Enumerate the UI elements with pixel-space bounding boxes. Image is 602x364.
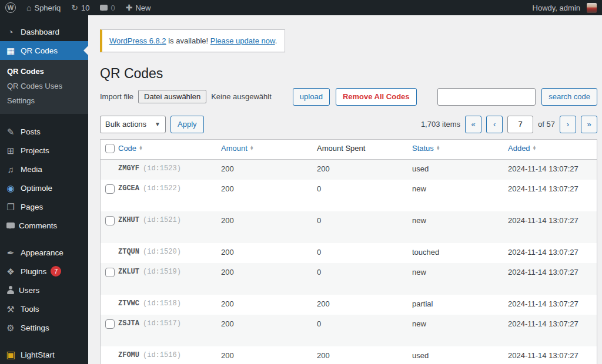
table-header-row: Code▲▼Amount▲▼Amount SpentStatus▲▼Added▲… [101,140,597,160]
row-checkbox[interactable] [105,268,115,277]
total-pages-label: of 57 [538,120,555,129]
search-code-button[interactable]: search code [541,88,597,106]
comments-menu[interactable]: 0 [95,0,120,15]
sidebar-item-plugins[interactable]: ❖Plugins7 [0,262,88,281]
added-cell: 2024-11-14 13:07:27 [508,263,597,281]
sidebar-item-posts[interactable]: ✎Posts [0,122,88,141]
dashboard-icon: ◔ [5,28,16,36]
sidebar-item-label: Dashboard [21,28,59,36]
main-content: WordPress 6.8.2 is available! Please upd… [88,15,602,364]
wordpress-menu[interactable]: W [0,0,21,15]
previous-page-button[interactable]: ‹ [486,116,503,133]
account-menu[interactable]: Howdy, admin [527,0,602,15]
sidebar-item-label: Media [21,165,42,174]
sidebar-subitem-qr-codes[interactable]: QR Codes [0,64,88,79]
amount-cell: 200 [221,315,317,333]
update-now-link[interactable]: Please update now [210,36,275,45]
sidebar-item-qr-codes[interactable]: ▦QR Codes [0,41,88,60]
plus-icon: ✚ [126,4,133,12]
wordpress-version-link[interactable]: WordPress 6.8.2 [109,36,166,45]
sort-icon: ▲▼ [250,146,254,150]
sidebar-item-tools[interactable]: ⚒Tools [0,299,88,318]
row-checkbox[interactable] [105,184,115,194]
optimole-icon: ◉ [5,184,16,193]
sidebar-item-label: Posts [21,127,41,136]
status-cell: touched [412,243,508,261]
next-page-button[interactable]: › [560,116,576,133]
comments-icon [6,223,15,228]
added-cell: 2024-11-14 13:07:27 [508,243,597,261]
table-row: ZKHUT(id:1521)2000new2024-11-14 13:07:27 [101,211,597,243]
code-cell: ZKHUT(id:1521) [118,211,221,229]
status-cell: new [412,211,508,230]
upload-button[interactable]: upload [293,88,330,106]
updates-menu[interactable]: ↻ 10 [66,0,95,15]
choose-file-button[interactable]: Datei auswählen [138,90,206,103]
apply-button[interactable]: Apply [170,116,204,133]
sort-icon: ▲▼ [436,146,440,150]
column-header-label[interactable]: Amount▲▼ [221,144,254,153]
last-page-button[interactable]: » [581,116,597,133]
sidebar-item-users[interactable]: Users [0,281,88,299]
sidebar-item-appearance[interactable]: ✒Appearance [0,243,88,262]
sidebar-item-media[interactable]: ♫Media [0,160,88,178]
pages-icon: ❐ [5,203,16,211]
bulk-actions-bar: Bulk actions ▼ Apply 1,703 items « ‹ of … [100,116,597,133]
current-page-input[interactable] [507,116,533,133]
code-cell: ZMGYF(id:1523) [118,160,221,177]
sort-icon: ▲▼ [533,146,537,150]
sidebar-item-pages[interactable]: ❐Pages [0,197,88,216]
avatar [587,3,597,13]
amount-cell: 200 [221,160,317,178]
amount-spent-cell: 0 [317,263,412,281]
sidebar-item-label: Settings [21,323,49,332]
status-cell: new [412,315,508,333]
projects-icon: ⊞ [5,146,16,155]
notice-text: is available! [166,36,210,45]
row-checkbox[interactable] [105,319,115,329]
plugins-icon: ❖ [5,267,16,276]
bulk-actions-select[interactable]: Bulk actions ▼ [100,116,166,133]
table-row: ZSJTA(id:1517)2000new2024-11-14 13:07:27 [101,315,597,346]
media-icon: ♫ [5,165,16,174]
file-status-text: Keine ausgewählt [211,92,272,101]
sidebar-item-optimole[interactable]: ◉Optimole [0,178,88,197]
table-row: ZTVWC(id:1518)200200partial2024-11-14 13… [101,295,597,315]
status-cell: new [412,180,508,198]
status-cell: partial [412,295,508,313]
column-header-label[interactable]: Added▲▼ [508,144,537,153]
sidebar-item-label: Projects [21,146,49,155]
row-checkbox[interactable] [105,216,115,225]
amount-cell: 200 [221,346,317,364]
search-input[interactable] [437,88,536,106]
remove-all-codes-button[interactable]: Remove All Codes [336,88,417,106]
status-cell: used [412,346,508,364]
new-content-menu[interactable]: ✚ New [121,0,156,15]
sidebar-item-settings[interactable]: ⚙Settings [0,318,88,337]
row-checkbox-cell [101,160,118,164]
sidebar-submenu: QR CodesQR Codes UsesSettings [0,60,88,114]
code-cell: ZGCEA(id:1522) [118,180,221,197]
update-nag-notice: WordPress 6.8.2 is available! Please upd… [100,29,285,52]
qr-codes-table: Code▲▼Amount▲▼Amount SpentStatus▲▼Added▲… [100,139,597,364]
sidebar-subitem-settings[interactable]: Settings [0,93,88,108]
site-name-menu[interactable]: ⌂ Spheriq [21,0,66,15]
sidebar-item-lightstart[interactable]: ▣LightStart [0,345,88,364]
sidebar-subitem-qr-codes-uses[interactable]: QR Codes Uses [0,79,88,93]
notice-suffix: . [275,36,277,45]
code-value: ZTVWC [118,299,139,308]
added-cell: 2024-11-14 13:07:27 [508,346,597,364]
column-header-label[interactable]: Status▲▼ [412,144,440,153]
sidebar-item-comments[interactable]: Comments [0,216,88,235]
amount-spent-cell: 0 [317,243,412,261]
sidebar-item-projects[interactable]: ⊞Projects [0,141,88,160]
sidebar-item-dashboard[interactable]: ◔Dashboard [0,22,88,41]
site-name: Spheriq [34,4,61,12]
comment-count: 0 [111,4,115,12]
code-value: ZGCEA [118,184,139,193]
update-icon: ↻ [71,4,78,12]
column-header-label[interactable]: Code▲▼ [118,144,143,153]
first-page-button[interactable]: « [465,116,481,133]
select-all-checkbox[interactable] [105,144,115,153]
code-id: (id:1518) [143,299,181,308]
